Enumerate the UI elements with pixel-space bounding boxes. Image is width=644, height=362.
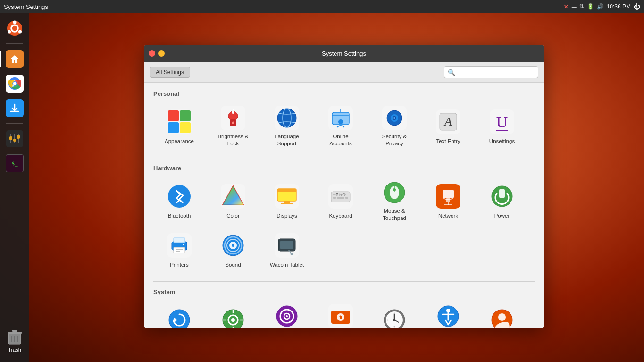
settings-item-security-privacy[interactable]: Security &Privacy xyxy=(368,103,420,150)
svg-rect-18 xyxy=(12,330,17,332)
user-accounts-icon xyxy=(489,307,515,328)
settings-item-printers[interactable]: Printers xyxy=(153,227,205,274)
window-close-button[interactable] xyxy=(149,50,155,57)
unsettings-icon: U xyxy=(489,109,515,135)
window-toolbar: All Settings 🔍 xyxy=(144,62,544,83)
window-title: System Settings xyxy=(322,50,366,57)
svg-rect-17 xyxy=(8,332,22,334)
svg-point-121 xyxy=(393,319,396,321)
trash-icon[interactable]: Trash xyxy=(3,329,26,355)
hardware-settings-grid: Bluetooth xyxy=(153,177,535,274)
backups-icon xyxy=(166,307,192,328)
settings-item-appearance[interactable]: Appearance xyxy=(153,103,205,150)
svg-point-124 xyxy=(387,319,389,320)
system-settings-grid: Backups Details xyxy=(153,301,535,328)
taskbar-battery-icon: 🔋 xyxy=(587,3,594,10)
svg-point-105 xyxy=(231,318,235,322)
svg-rect-66 xyxy=(336,194,338,195)
settings-item-time-date[interactable]: Time & Date xyxy=(368,301,420,328)
taskbar-network-icon: ⇅ xyxy=(579,3,584,10)
settings-item-sound[interactable]: Sound xyxy=(207,227,259,274)
svg-point-31 xyxy=(232,111,234,114)
color-icon xyxy=(220,183,246,210)
sidebar-item-downloads[interactable] xyxy=(3,97,26,119)
svg-rect-24 xyxy=(180,110,191,121)
keyboard-icon: Ctrl xyxy=(327,183,354,210)
settings-item-color[interactable]: Color xyxy=(207,177,259,225)
settings-item-online-accounts[interactable]: OnlineAccounts xyxy=(315,103,367,150)
wacom-tablet-icon xyxy=(274,232,300,259)
online-accounts-icon xyxy=(327,106,354,130)
svg-point-2 xyxy=(13,21,17,24)
settings-item-displays[interactable]: Displays xyxy=(261,177,313,225)
time-date-icon xyxy=(381,307,408,328)
svg-rect-79 xyxy=(446,198,450,202)
settings-item-mouse-touchpad[interactable]: Mouse &Touchpad xyxy=(368,177,420,225)
svg-rect-13 xyxy=(9,136,12,140)
svg-point-8 xyxy=(13,82,17,85)
settings-item-details[interactable]: Details xyxy=(207,301,259,328)
settings-item-universal-access[interactable]: UniversalAccess xyxy=(422,301,474,328)
software-updates-icon xyxy=(327,304,354,328)
settings-item-backups[interactable]: Backups xyxy=(153,301,205,328)
settings-item-language-support[interactable]: LanguageSupport xyxy=(261,103,313,150)
svg-rect-14 xyxy=(13,139,16,142)
settings-item-landscape-service[interactable]: LandscapeService xyxy=(261,301,313,328)
security-privacy-icon xyxy=(381,106,408,130)
color-label: Color xyxy=(226,212,239,219)
appearance-icon xyxy=(166,109,192,135)
sidebar-item-ubuntu[interactable] xyxy=(3,17,26,40)
settings-item-brightness-lock[interactable]: Brightness &Lock xyxy=(207,103,259,150)
sidebar-divider-1 xyxy=(6,43,23,44)
svg-text:A: A xyxy=(443,115,452,128)
section-label-personal: Personal xyxy=(153,90,535,97)
settings-item-keyboard[interactable]: Ctrl Keyboard xyxy=(315,177,367,225)
section-divider-1 xyxy=(153,158,535,158)
svg-rect-83 xyxy=(499,189,505,198)
bluetooth-label: Bluetooth xyxy=(168,212,191,219)
taskbar-power-icon[interactable]: ⏻ xyxy=(634,3,640,10)
svg-point-88 xyxy=(183,244,184,245)
settings-item-network[interactable]: Network xyxy=(422,177,474,225)
language-support-label: LanguageSupport xyxy=(275,133,299,147)
settings-item-wacom-tablet[interactable]: Wacom Tablet xyxy=(261,227,313,274)
settings-item-user-accounts[interactable]: User Accounts xyxy=(476,301,528,328)
svg-point-39 xyxy=(338,119,343,124)
taskbar-minimize-icon[interactable]: ▬ xyxy=(572,4,577,9)
svg-rect-23 xyxy=(168,110,179,121)
search-input[interactable] xyxy=(444,66,538,78)
svg-point-3 xyxy=(18,30,22,34)
unsettings-label: Unsettings xyxy=(489,138,515,145)
text-entry-label: Text Entry xyxy=(436,138,460,145)
svg-point-133 xyxy=(498,313,506,321)
window-minimize-button[interactable] xyxy=(158,50,165,57)
taskbar-close-icon[interactable]: ✕ xyxy=(563,3,569,10)
sidebar-divider-2 xyxy=(6,123,23,124)
settings-window: System Settings All Settings 🔍 Personal xyxy=(144,45,544,328)
settings-item-text-entry[interactable]: A Text Entry xyxy=(422,103,474,150)
network-label: Network xyxy=(438,212,458,219)
settings-item-bluetooth[interactable]: Bluetooth xyxy=(153,177,205,225)
sidebar-item-terminal[interactable]: $_ xyxy=(3,152,26,175)
online-accounts-label: OnlineAccounts xyxy=(329,133,351,147)
settings-item-unsettings[interactable]: U Unsettings xyxy=(476,103,528,150)
taskbar: System Settings ✕ ▬ ⇅ 🔋 🔊 10:36 PM ⏻ xyxy=(0,0,644,13)
svg-rect-71 xyxy=(337,197,344,199)
sidebar-item-home[interactable] xyxy=(3,48,26,70)
details-icon xyxy=(220,307,246,328)
sidebar-item-mixer[interactable] xyxy=(3,127,26,150)
sidebar-item-chrome[interactable] xyxy=(3,72,26,95)
printers-icon xyxy=(166,232,192,259)
text-entry-icon: A xyxy=(435,109,461,135)
svg-rect-60 xyxy=(284,201,290,203)
all-settings-button[interactable]: All Settings xyxy=(150,67,190,78)
settings-item-power[interactable]: Power xyxy=(476,177,528,225)
svg-point-51 xyxy=(168,185,191,208)
svg-point-76 xyxy=(393,188,396,191)
brightness-lock-icon xyxy=(220,106,246,130)
window-controls xyxy=(149,50,165,57)
settings-item-software-updates[interactable]: Software &Updates xyxy=(315,301,367,328)
svg-rect-61 xyxy=(281,203,293,204)
personal-settings-grid: Appearance Brightness &Lock xyxy=(153,103,535,150)
displays-label: Displays xyxy=(276,212,297,219)
